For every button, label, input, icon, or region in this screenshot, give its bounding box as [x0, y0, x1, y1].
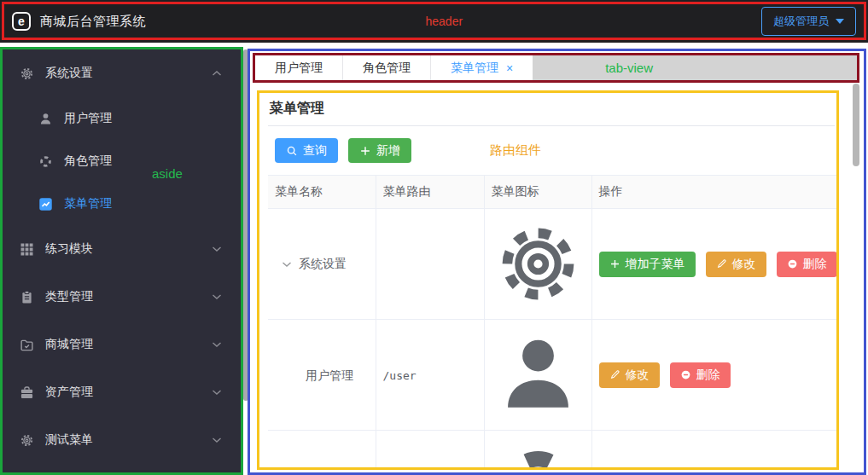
aim-icon — [38, 154, 53, 169]
menu-route-cell: /user — [376, 320, 484, 431]
chevron-down-icon — [212, 341, 222, 348]
sidebar-item-label: 系统设置 — [45, 66, 93, 81]
table-row: 角色管理/role修改删除 — [268, 431, 839, 470]
main-scrollbar-thumb[interactable] — [853, 84, 859, 166]
chevron-down-icon — [212, 293, 222, 300]
briefcase-icon — [20, 385, 34, 400]
chevron-down-icon — [212, 246, 222, 252]
tab-label: 菜单管理 — [451, 61, 498, 76]
chevron-down-icon — [212, 437, 222, 443]
tab-1[interactable]: 用户管理 — [255, 55, 342, 80]
edit-button-label: 修改 — [732, 258, 756, 270]
actions-cell: 修改删除 — [591, 431, 839, 470]
toolbar: 查询 新增 路由组件 — [275, 138, 835, 163]
main-panel: 用户管理角色管理菜单管理× tab-view 菜单管理 查询 新增 路由组件 — [248, 49, 866, 475]
tab-label: 用户管理 — [275, 61, 323, 76]
search-button[interactable]: 查询 — [275, 138, 338, 163]
sidebar-item-6[interactable]: 测试菜单 — [3, 416, 241, 464]
actions-cell: 修改删除 — [591, 320, 839, 431]
sidebar-subitem-2[interactable]: 角色管理 — [3, 140, 241, 182]
search-button-label: 查询 — [303, 144, 327, 157]
delete-button[interactable]: 删除 — [670, 362, 731, 387]
sidebar-menu: 系统设置用户管理角色管理菜单管理练习模块类型管理商城管理资产管理测试菜单 — [3, 49, 241, 464]
title-divider — [268, 125, 835, 126]
menu-icon-cell — [484, 320, 591, 431]
clipboard-icon — [20, 290, 34, 304]
add-child-button-label: 增加子菜单 — [626, 258, 685, 270]
plus-icon — [609, 258, 620, 269]
chevron-down-icon — [212, 389, 222, 396]
sidebar-item-label: 资产管理 — [45, 385, 93, 400]
gear-icon — [20, 67, 34, 81]
annotation-tab-view: tab-view — [605, 61, 653, 75]
sidebar-subitem-3[interactable]: 菜单管理 — [3, 182, 241, 225]
sidebar-item-4[interactable]: 商城管理 — [3, 321, 241, 368]
user-menu-button[interactable]: 超级管理员 — [761, 7, 856, 36]
menu-icon-cell — [484, 431, 591, 470]
tab-close-icon[interactable]: × — [506, 62, 513, 74]
tab-2[interactable]: 角色管理 — [342, 55, 430, 80]
tab-3[interactable]: 菜单管理× — [430, 55, 533, 80]
annotation-route-component: 路由组件 — [490, 142, 541, 159]
sidebar-subitem-label: 角色管理 — [64, 154, 112, 169]
app-title: 商城后台管理系统 — [40, 14, 146, 30]
page-title: 菜单管理 — [268, 100, 835, 118]
actions-cell: 增加子菜单修改删除 — [591, 209, 839, 320]
user-solid-icon — [492, 328, 585, 421]
column-header-actions: 操作 — [591, 176, 839, 209]
sidebar-item-5[interactable]: 资产管理 — [3, 368, 241, 416]
delete-button-label: 删除 — [803, 258, 827, 270]
grid-icon — [20, 242, 34, 257]
gear-icon — [20, 433, 34, 448]
sidebar-item-3[interactable]: 类型管理 — [3, 273, 241, 321]
user-solid-icon — [38, 112, 53, 126]
sidebar-item-1[interactable]: 系统设置 — [3, 49, 241, 97]
tab-filler: tab-view — [533, 55, 857, 80]
sidebar-subitem-1[interactable]: 用户管理 — [3, 97, 241, 140]
chart-square-icon — [38, 197, 53, 211]
menu-icon-cell — [484, 209, 591, 320]
tab-label: 角色管理 — [363, 61, 411, 76]
edit-button[interactable]: 修改 — [599, 362, 660, 387]
app-logo-icon: e — [12, 12, 31, 31]
add-button[interactable]: 新增 — [348, 138, 411, 163]
sidebar-item-label: 类型管理 — [45, 289, 93, 304]
gear-icon — [492, 217, 585, 310]
minus-circle-icon — [787, 258, 798, 269]
sidebar-item-label: 练习模块 — [45, 241, 93, 257]
route-view: 菜单管理 查询 新增 路由组件 菜单名称 菜单路由 — [257, 90, 839, 470]
menu-name-cell: 用户管理 — [268, 320, 376, 431]
sidebar: 系统设置用户管理角色管理菜单管理练习模块类型管理商城管理资产管理测试菜单 asi… — [0, 47, 243, 475]
add-child-button[interactable]: 增加子菜单 — [599, 252, 696, 276]
user-menu-label: 超级管理员 — [773, 14, 829, 29]
table-row: 系统设置增加子菜单修改删除 — [268, 209, 839, 320]
delete-button[interactable]: 删除 — [777, 252, 837, 276]
edit-icon — [716, 258, 727, 269]
menu-route-cell: /role — [376, 431, 484, 470]
table-header-row: 菜单名称 菜单路由 菜单图标 操作 — [268, 176, 839, 209]
menu-table: 菜单名称 菜单路由 菜单图标 操作 系统设置增加子菜单修改删除用户管理/user… — [268, 175, 839, 470]
chevron-down-icon[interactable] — [282, 261, 292, 268]
annotation-header: header — [426, 14, 463, 28]
aim-icon — [492, 439, 585, 470]
menu-name-cell: 角色管理 — [268, 431, 376, 470]
sidebar-item-2[interactable]: 练习模块 — [3, 225, 241, 273]
menu-route: /user — [383, 369, 417, 382]
table-row: 用户管理/user修改删除 — [268, 320, 839, 431]
tab-bar: 用户管理角色管理菜单管理× tab-view — [253, 53, 859, 83]
edit-button[interactable]: 修改 — [706, 252, 766, 276]
add-button-label: 新增 — [376, 144, 400, 157]
sidebar-subitem-label: 菜单管理 — [64, 196, 112, 211]
plus-icon — [359, 145, 371, 157]
sidebar-subitem-label: 用户管理 — [64, 111, 112, 126]
chevron-up-icon — [212, 70, 222, 77]
menu-name: 用户管理 — [275, 366, 369, 385]
menu-name-cell: 系统设置 — [268, 209, 376, 320]
folder-check-icon — [20, 338, 34, 352]
search-icon — [286, 145, 298, 157]
column-header-route: 菜单路由 — [376, 176, 484, 209]
delete-button-label: 删除 — [696, 368, 720, 381]
menu-route-cell — [376, 209, 484, 320]
minus-circle-icon — [680, 369, 691, 380]
column-header-name: 菜单名称 — [268, 176, 376, 209]
